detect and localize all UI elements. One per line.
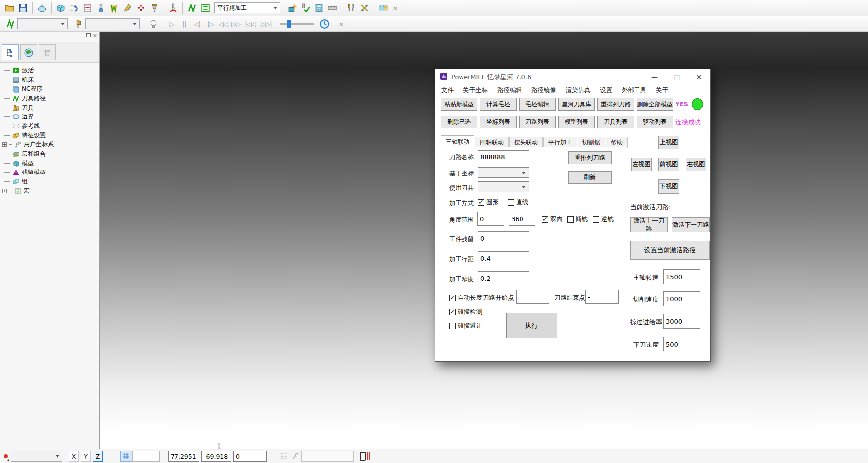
method-line-checkbox[interactable]: 直线 <box>508 198 528 207</box>
execute-button[interactable]: 执行 <box>506 313 557 338</box>
probe-icon[interactable] <box>291 452 299 462</box>
grid-size-field[interactable] <box>132 451 160 462</box>
tree-item-tools[interactable]: 刀具 <box>4 103 99 113</box>
open-icon[interactable] <box>3 1 16 15</box>
tool-verify-icon[interactable] <box>299 1 312 15</box>
calculator-icon[interactable] <box>312 1 326 15</box>
jump-start-icon[interactable]: |◁◁ <box>242 18 258 30</box>
step-back-icon[interactable]: ◁| <box>191 18 204 30</box>
view-left-button[interactable]: 左视图 <box>631 158 652 171</box>
pause-icon[interactable]: || <box>178 18 191 30</box>
conventional-mill-checkbox[interactable]: 逆铣 <box>593 215 614 224</box>
tree-item-toolpaths[interactable]: 刀具路径 <box>4 94 99 103</box>
tree-item-machine-tools[interactable]: 机床 <box>4 75 99 85</box>
explorer-tree-icon[interactable] <box>2 44 19 60</box>
view-front-button[interactable]: 前视图 <box>658 158 679 171</box>
rewind-icon[interactable]: ◁◁ <box>217 18 230 30</box>
float-panel-icon[interactable] <box>86 33 91 37</box>
clock-icon[interactable] <box>318 17 331 31</box>
tree-item-models[interactable]: 模型 <box>4 159 99 168</box>
delete-all-models-button[interactable]: 删除全部模型 <box>637 98 673 111</box>
tree-item-groups[interactable]: 组 <box>4 177 99 186</box>
cutting-feed-field[interactable] <box>663 291 700 306</box>
tool-change-icon[interactable] <box>345 1 358 15</box>
coord-list-button[interactable]: 坐标列表 <box>480 116 517 128</box>
climb-mill-checkbox[interactable]: 顺铣 <box>567 215 588 224</box>
play-icon[interactable]: ▷ <box>165 18 178 30</box>
bidirectional-checkbox[interactable]: 双向 <box>542 215 563 224</box>
drive-list-button[interactable]: 驱动列表 <box>637 116 673 128</box>
close-button[interactable]: × <box>688 69 710 85</box>
compute-block-button[interactable]: 计算毛坯 <box>480 98 517 111</box>
menu-path-edit[interactable]: 路径编辑 <box>497 86 522 95</box>
menu-about[interactable]: 关于 <box>656 86 668 95</box>
stock-allowance-field[interactable] <box>478 232 529 245</box>
record-dot-icon[interactable] <box>4 454 8 458</box>
close-panel-icon[interactable]: × <box>93 32 97 39</box>
view-bottom-button[interactable]: 下视图 <box>658 179 679 194</box>
tolerance-field[interactable] <box>478 271 529 285</box>
tree-item-stock-models[interactable]: 残留模型 <box>4 168 99 177</box>
axis-z-button[interactable]: Z <box>93 451 103 462</box>
save-icon[interactable] <box>16 1 30 15</box>
stepover-field[interactable] <box>478 251 529 265</box>
strategy-list-icon[interactable] <box>199 1 212 15</box>
stock-cylinders-icon[interactable] <box>377 1 390 15</box>
ruler-icon[interactable] <box>326 1 339 15</box>
skim-feed-field[interactable] <box>663 314 700 329</box>
toolbar-grip[interactable] <box>2 36 97 37</box>
set-active-path-button[interactable]: 设置当前激活路径 <box>630 241 710 260</box>
expander-icon[interactable]: + <box>2 142 7 147</box>
tree-item-workplanes[interactable]: +用户坐标系 <box>4 140 99 150</box>
paste-new-model-button[interactable]: 粘贴新模型 <box>441 98 477 111</box>
tool-select[interactable] <box>478 181 529 192</box>
tool-library-button[interactable]: 星河刀具库 <box>558 98 595 111</box>
block-icon[interactable] <box>54 1 67 15</box>
feature-set-icon[interactable] <box>134 1 148 15</box>
tab-tilt-head[interactable]: 摆头联动 <box>509 137 543 148</box>
tab-help[interactable]: 帮助 <box>606 137 628 148</box>
activate-next-button[interactable]: 激活下一刀路 <box>672 217 710 232</box>
view-right-button[interactable]: 右视图 <box>686 158 706 171</box>
auto-length-checkbox[interactable]: 自动长度 <box>449 294 482 302</box>
sim-toolpath-select[interactable] <box>17 18 68 29</box>
expander-icon[interactable]: + <box>2 189 7 193</box>
collision-check-icon[interactable] <box>167 1 180 15</box>
refresh-button[interactable]: 刷新 <box>568 171 612 184</box>
plunge-feed-field[interactable] <box>663 337 700 351</box>
toolbar-grip[interactable] <box>2 33 82 34</box>
status-select[interactable] <box>11 451 62 462</box>
model-list-button[interactable]: 模型列表 <box>558 116 595 128</box>
coord-select[interactable] <box>478 167 529 178</box>
boundary-w-icon[interactable] <box>108 1 121 15</box>
sim-tool-select[interactable] <box>85 18 140 29</box>
speed-slider[interactable] <box>280 20 314 28</box>
view-top-button[interactable]: 上视图 <box>658 136 679 149</box>
tab-4axis[interactable]: 四轴联动 <box>475 137 509 148</box>
rearrange-button[interactable]: 重排列刀路 <box>568 151 612 164</box>
tab-saw[interactable]: 切割锯 <box>578 137 605 148</box>
tree-item-levels-sets[interactable]: 层和组合 <box>4 149 99 159</box>
tree-item-patterns[interactable]: 参考线 <box>4 121 99 131</box>
slider-handle[interactable] <box>287 20 291 28</box>
xyz-list-icon[interactable] <box>280 452 288 462</box>
grid-icon[interactable] <box>120 451 132 462</box>
menu-external-tools[interactable]: 外部工具 <box>622 86 646 95</box>
tab-3axis[interactable]: 三轴联动 <box>441 135 474 148</box>
tree-item-macros[interactable]: +宏 <box>4 186 99 196</box>
tool-holder-icon[interactable] <box>148 1 161 15</box>
start-point-field[interactable] <box>516 290 549 304</box>
tree-item-feature-sets[interactable]: 特征设置 <box>4 131 99 140</box>
method-circle-checkbox[interactable]: 圆形 <box>478 198 499 207</box>
activate-prev-button[interactable]: 激活上一刀路 <box>630 217 668 232</box>
toolpath-list-button[interactable]: 刀路列表 <box>519 116 556 128</box>
tree-item-nc-programs[interactable]: NC程序 <box>4 84 99 94</box>
toolbox-star-icon[interactable] <box>286 1 299 15</box>
nc-program-icon[interactable] <box>81 1 94 15</box>
toolpath-green-icon[interactable] <box>185 1 199 15</box>
menu-file[interactable]: 文件 <box>441 86 454 95</box>
maximize-button[interactable]: □ <box>666 69 688 85</box>
menu-settings[interactable]: 设置 <box>600 86 612 95</box>
collision-check-checkbox[interactable]: 碰撞检测 <box>449 308 482 316</box>
menu-about-coords[interactable]: 关于坐标 <box>463 86 488 95</box>
